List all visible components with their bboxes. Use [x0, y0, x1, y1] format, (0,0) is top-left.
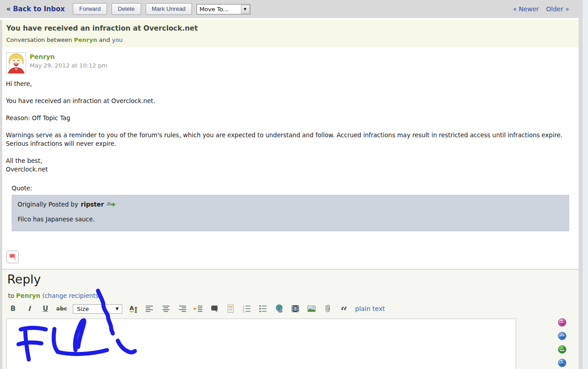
report-flag-button[interactable] — [6, 251, 19, 263]
move-to-select[interactable]: Move To... ▼ — [196, 4, 250, 14]
to-word: to — [8, 292, 14, 299]
message-paragraph: Hi there, — [6, 80, 567, 88]
right-edge-strip — [579, 18, 583, 369]
back-to-inbox-link[interactable]: « Back to Inbox — [6, 5, 65, 13]
message-body-panel: Penryn May 29, 2012 at 10:12 pm Hi there… — [2, 47, 579, 269]
underline-button[interactable]: U — [40, 304, 50, 314]
indent-button[interactable] — [193, 304, 203, 314]
svg-text:3: 3 — [243, 310, 245, 313]
message-paragraph: You have received an infraction at Overc… — [6, 97, 567, 105]
blue-rolleyes-smiley[interactable] — [558, 332, 566, 340]
pink-blush-smiley[interactable] — [558, 318, 566, 327]
strikethrough-button[interactable]: abc — [57, 304, 67, 314]
bold-button[interactable]: B — [8, 304, 18, 314]
reply-panel: Reply to Penryn (change recipients) B I … — [2, 270, 579, 369]
and-word: and — [99, 36, 110, 43]
smiley-column — [558, 318, 566, 367]
you-link[interactable]: you — [112, 36, 123, 43]
reply-textarea[interactable] — [6, 319, 516, 369]
ordered-list-button[interactable]: 123 — [242, 304, 252, 314]
chevron-down-icon: ▼ — [116, 306, 119, 311]
signoff-line: Overclock.net — [6, 165, 567, 174]
reply-recipient-link[interactable]: Penryn — [16, 292, 40, 299]
participant-link[interactable]: Penryn — [74, 36, 97, 43]
svg-text:A: A — [129, 305, 134, 311]
delete-button[interactable]: Delete — [111, 3, 141, 15]
avatar-image — [7, 53, 26, 73]
blockquote-button[interactable]: “ — [339, 307, 349, 317]
move-to-value: Move To... — [200, 6, 229, 13]
chevron-down-icon[interactable]: ▼ — [241, 5, 249, 14]
font-color-button[interactable]: A — [129, 304, 138, 314]
mark-unread-button[interactable]: Mark Unread — [146, 3, 192, 15]
quote-attribution-prefix: Originally Posted by — [18, 201, 78, 208]
quote-label: Quote: — [12, 184, 569, 192]
quote-attribution: Originally Posted by ripster — [18, 201, 563, 208]
message-paragraph: Reason: Off Topic Tag — [6, 114, 567, 122]
quote-box: Originally Posted by ripster Filco has J… — [12, 195, 569, 231]
unordered-list-button[interactable] — [258, 304, 268, 314]
private-message-page: « Back to Inbox Forward Delete Mark Unre… — [0, 0, 588, 369]
forward-button[interactable]: Forward — [73, 3, 107, 15]
insert-link-icon[interactable] — [274, 304, 284, 314]
top-toolbar: « Back to Inbox Forward Delete Mark Unre… — [0, 0, 583, 18]
insert-image-icon[interactable] — [307, 304, 316, 314]
quoted-author: ripster — [81, 201, 104, 208]
avatar[interactable] — [6, 52, 26, 74]
newer-link[interactable]: « Newer — [513, 5, 539, 13]
comment-quote-button[interactable] — [209, 304, 219, 314]
align-center-button[interactable] — [161, 304, 171, 314]
insert-video-icon[interactable] — [290, 304, 300, 314]
conversation-line: Conversation between Penryn and you — [6, 36, 579, 43]
align-left-button[interactable] — [145, 304, 155, 314]
message-paragraph: Warnings serve as a reminder to you of t… — [6, 131, 567, 148]
italic-button[interactable]: I — [24, 304, 34, 314]
font-size-select[interactable]: Size ▼ — [73, 304, 122, 314]
older-link[interactable]: Older » — [546, 5, 569, 13]
reply-recipients-line: to Penryn (change recipients) — [8, 292, 101, 299]
message-author-link[interactable]: Penryn — [30, 53, 55, 60]
editor-toolbar: B I U abc Size ▼ A — [8, 303, 385, 315]
message-timestamp: May 29, 2012 at 10:12 pm — [30, 62, 107, 69]
conversation-prefix: Conversation between — [6, 36, 72, 43]
message-signoff: All the best, Overclock.net — [6, 157, 567, 174]
font-size-value: Size — [77, 306, 89, 312]
message-header: You have received an infraction at Overc… — [2, 20, 579, 47]
spoiler-doc-button[interactable] — [226, 304, 236, 314]
page-title: You have received an infraction at Overc… — [6, 24, 579, 32]
flag-icon — [9, 253, 17, 261]
reply-title: Reply — [7, 272, 41, 286]
plain-text-link[interactable]: plain text — [355, 305, 385, 312]
quote-body-text: Filco has Japanese sauce. — [18, 216, 563, 223]
view-post-icon[interactable] — [107, 202, 116, 207]
attach-file-icon[interactable] — [323, 304, 333, 314]
change-recipients-link[interactable]: (change recipients) — [42, 292, 101, 299]
pm-navigation: « Newer Older » — [513, 5, 569, 13]
message-text: Hi there, You have received an infractio… — [6, 80, 567, 174]
signoff-line: All the best, — [6, 157, 567, 165]
align-right-button[interactable] — [177, 304, 187, 314]
quote-section: Quote: Originally Posted by ripster Filc… — [12, 184, 569, 231]
green-biggrin-smiley[interactable] — [558, 345, 566, 354]
blue-wink-smiley[interactable] — [558, 359, 566, 367]
